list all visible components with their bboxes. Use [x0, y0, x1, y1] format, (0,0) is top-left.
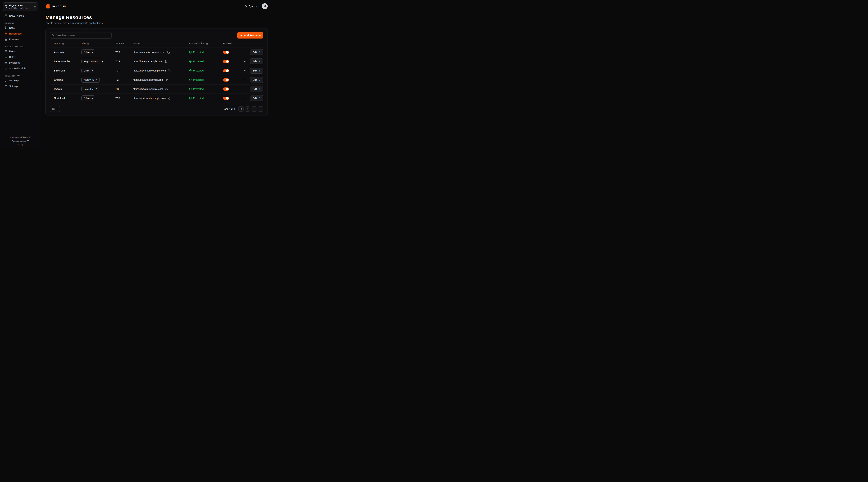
site-link[interactable]: Edge Device 01 [82, 59, 105, 64]
add-resource-button[interactable]: Add Resource [237, 32, 264, 38]
sidebar-item-shareable-links[interactable]: Shareable Links [0, 66, 41, 71]
page-size-select[interactable]: 20 [50, 106, 60, 112]
sidebar-item-label: Shareable Links [9, 67, 27, 70]
copy-icon [165, 88, 168, 90]
protocol: TCP [116, 51, 133, 54]
external-link-icon [29, 136, 31, 138]
enabled-toggle[interactable] [223, 51, 229, 54]
page-size-value: 20 [52, 108, 55, 110]
sidebar-item-resources[interactable]: Resources [0, 31, 41, 36]
copy-button[interactable] [165, 88, 168, 91]
row-menu-button[interactable] [243, 78, 247, 82]
shield-check-icon [189, 51, 192, 54]
copy-button[interactable] [165, 78, 168, 82]
resource-name: Battery Monitor [54, 60, 82, 63]
sidebar-item-label: Sites [9, 27, 14, 29]
last-page-button[interactable] [258, 106, 264, 111]
auth-cell: Protected [189, 78, 223, 81]
community-edition-link[interactable]: Community Edition [10, 136, 31, 139]
row-menu-button[interactable] [243, 50, 247, 54]
org-title: Organization [9, 4, 32, 7]
app-root: Organization milo@fossorial.io's ... Ser… [0, 0, 272, 149]
row-actions: Edit [243, 68, 264, 73]
resource-name: Nextcloud [54, 97, 82, 100]
sidebar-item-domains[interactable]: Domains [0, 36, 41, 42]
site-link[interactable]: Office [82, 50, 95, 55]
pangolin-logo-icon [45, 4, 51, 9]
copy-button[interactable] [164, 60, 167, 63]
sidebar-item-settings[interactable]: Settings [0, 83, 41, 89]
access-cell: https://battery.example.com [133, 60, 189, 63]
sidebar-item-label: Domains [9, 38, 19, 41]
enabled-toggle[interactable] [223, 88, 229, 91]
edit-button[interactable]: Edit [250, 86, 264, 92]
page-title: Manage Resources [45, 14, 268, 20]
enabled-toggle[interactable] [223, 97, 229, 100]
row-menu-button[interactable] [243, 87, 247, 91]
enabled-toggle[interactable] [223, 60, 229, 63]
site-link[interactable]: Home Lab [82, 86, 100, 92]
org-selector[interactable]: Organization milo@fossorial.io's ... [3, 2, 38, 11]
documentation-link[interactable]: Documentation [12, 140, 29, 142]
first-page-button[interactable] [238, 106, 244, 111]
site-link[interactable]: AWS VPC [82, 77, 100, 83]
sidebar-item-api-keys[interactable]: API Keys [0, 77, 41, 83]
column-header-name[interactable]: Name [54, 42, 82, 45]
copy-button[interactable] [167, 69, 171, 72]
sidebar-item-label: Invitations [9, 61, 20, 64]
sidebar-resize-handle[interactable] [41, 72, 41, 77]
edit-button[interactable]: Edit [250, 59, 264, 64]
sidebar-item-roles[interactable]: Roles [0, 54, 41, 60]
key-icon [4, 79, 7, 82]
search-input[interactable] [50, 32, 112, 38]
copy-button[interactable] [167, 51, 170, 54]
column-header-authentication[interactable]: Authentication [189, 42, 223, 45]
sidebar-item-users[interactable]: Users [0, 49, 41, 54]
row-menu-button[interactable] [243, 68, 247, 73]
next-page-button[interactable] [252, 106, 257, 111]
sidebar-item-invitations[interactable]: Invitations [0, 60, 41, 66]
enabled-toggle[interactable] [223, 69, 229, 72]
sidebar-item-sites[interactable]: Sites [0, 25, 41, 31]
edit-label: Edit [253, 60, 257, 63]
protocol: TCP [116, 69, 133, 72]
sites-icon [4, 26, 7, 29]
edit-label: Edit [253, 69, 257, 72]
toggle-knob [226, 97, 229, 100]
waypoints-icon [4, 32, 7, 35]
auth-cell: Protected [189, 60, 223, 63]
edit-button[interactable]: Edit [250, 77, 264, 83]
resource-name: Bitwarden [54, 69, 82, 72]
access-cell: https://bitwarden.example.com [133, 69, 189, 72]
ellipsis-icon [244, 69, 247, 72]
card-toolbar: Add Resource [50, 32, 264, 38]
moon-icon [244, 5, 247, 8]
pagination-buttons [238, 106, 264, 111]
arrow-right-icon [258, 97, 261, 99]
previous-page-button[interactable] [245, 106, 250, 111]
row-actions: Edit [243, 59, 264, 64]
table-footer: 20 Page 1 of 1 [50, 106, 264, 112]
row-menu-button[interactable] [243, 96, 247, 100]
edit-button[interactable]: Edit [250, 49, 264, 55]
site-link[interactable]: Office [82, 95, 95, 101]
chevrons-left-icon [240, 108, 242, 110]
edit-button[interactable]: Edit [250, 68, 264, 73]
protocol: TCP [116, 78, 133, 81]
site-link[interactable]: Office [82, 68, 95, 73]
theme-toggle-button[interactable]: System [243, 5, 258, 8]
auth-cell: Protected [189, 97, 223, 100]
sidebar-footer: Community Edition Documentation v1.7.0 [0, 134, 41, 149]
sidebar-item-label: Settings [9, 85, 18, 88]
row-menu-button[interactable] [243, 59, 247, 64]
sidebar-item-server-admin[interactable]: Server Admin [0, 13, 41, 19]
edit-button[interactable]: Edit [250, 95, 264, 101]
sort-icon [87, 42, 89, 45]
avatar[interactable]: M [262, 3, 268, 9]
copy-button[interactable] [167, 97, 170, 100]
brand[interactable]: PANGOLIN [45, 4, 66, 9]
community-edition-label: Community Edition [10, 136, 28, 139]
site-name: Office [84, 69, 90, 72]
column-header-site[interactable]: Site [82, 42, 116, 45]
enabled-toggle[interactable] [223, 78, 229, 82]
